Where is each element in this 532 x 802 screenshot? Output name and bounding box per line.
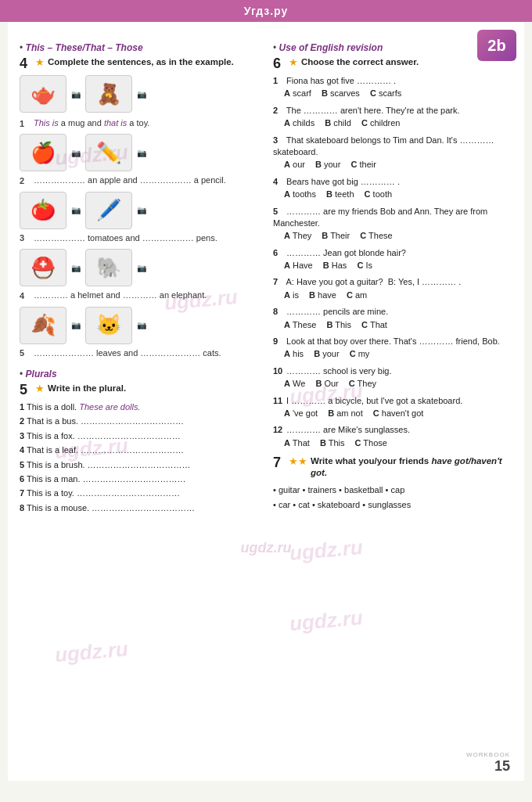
ex5-instruction: Write in the plural. xyxy=(48,383,126,394)
watermark-6: ugdz.ru xyxy=(54,637,129,667)
ex4-img-leaves: 🍂 xyxy=(20,307,66,344)
exercise-4: 4 ★ Complete the sentences, as in the ex… xyxy=(20,56,259,359)
ex7-header: 7 ★★ Write what you/your friends have go… xyxy=(273,455,512,479)
camera-icon-7: 📷 xyxy=(71,264,81,272)
page-wrapper: 2b ugdz.ru ugdz.ru ugdz.ru ugdz.ru ugdz.… xyxy=(8,22,524,781)
ex5-row-1: 1 This is a doll. These are dolls. xyxy=(20,401,259,413)
camera-icon-5: 📷 xyxy=(71,206,81,214)
ex4-img-cat: 🐱 xyxy=(85,307,132,344)
ex5-row-5: 5 This is a brush. ……………………………… xyxy=(20,459,259,471)
ex4-row-4-imgs: ⛑️ 📷 🐘 📷 xyxy=(20,249,259,286)
ex4-header: 4 ★ Complete the sentences, as in the ex… xyxy=(20,56,259,70)
section-title-plurals: • Plurals xyxy=(20,369,259,379)
ex6-q7: 7 A: Have you got a guitar? B: Yes, I ……… xyxy=(273,276,512,301)
ex4-row-4: 4 ………… a helmet and ………… an elephant. xyxy=(20,290,259,301)
ex6-q11: 11 I ………… a bicycle, but I've got a skat… xyxy=(273,395,512,420)
ex4-num: 4 xyxy=(20,56,32,70)
ex7-instruction: Write what you/your friends have got/hav… xyxy=(311,455,512,479)
camera-icon-4: 📷 xyxy=(137,149,146,157)
workbook-label: WORKBOOK xyxy=(466,751,510,758)
ex6-q8: 8 ………… pencils are mine. A These B This … xyxy=(273,306,512,331)
ex6-q5: 5 ………… are my friends Bob and Ann. They … xyxy=(273,206,512,243)
ex6-instruction: Choose the correct answer. xyxy=(301,56,419,68)
ex4-stars: ★ xyxy=(35,56,45,68)
two-column-layout: • This – These/That – Those 4 ★ Complete… xyxy=(20,36,512,516)
ex4-row-3: 3 ……………… tomatoes and ……………… pens. xyxy=(20,232,259,244)
ex4-row-3-imgs: 🍅 📷 🖊️ 📷 xyxy=(20,192,259,229)
ex6-q4: 4 Bears have got big ………… . A tooths B t… xyxy=(273,176,512,201)
camera-icon-3: 📷 xyxy=(71,149,81,157)
ex7-num: 7 xyxy=(273,455,286,469)
ex4-items: 🫖 📷 🧸 📷 1 This is a mug and that is a to… xyxy=(20,75,259,359)
camera-icon-8: 📷 xyxy=(137,264,146,272)
camera-icon-9: 📷 xyxy=(71,321,81,329)
section-label-plurals: Plurals xyxy=(26,369,57,379)
ex4-row-2: 2 ……………… an apple and ……………… a pencil. xyxy=(20,174,259,186)
ex5-row-2: 2 That is a bus. ……………………………… xyxy=(20,415,259,427)
watermark-7: ugdz.ru xyxy=(289,606,364,636)
watermark-bottom: ugdz.ru xyxy=(20,532,512,556)
ex6-q2: 2 The ………… aren't here. They're at the p… xyxy=(273,105,512,130)
section-label-use-of-english: Use of English revision xyxy=(279,42,383,53)
ex4-row-example-imgs: 🫖 📷 🧸 📷 xyxy=(20,75,259,113)
exercise-5: 5 ★ Write in the plural. 1 This is a dol… xyxy=(20,383,259,514)
exercise-7: 7 ★★ Write what you/your friends have go… xyxy=(273,455,512,511)
exercise-6: 6 ★ Choose the correct answer. 1 Fiona h… xyxy=(273,56,512,449)
page-footer: WORKBOOK 15 xyxy=(466,751,510,775)
ex7-items: • guitar • trainers • basketball • cap •… xyxy=(273,484,512,511)
ex6-q1: 1 Fiona has got five ………… . A scarf B sc… xyxy=(273,75,512,100)
ex4-row-5: 5 ………………… leaves and ………………… cats. xyxy=(20,347,259,359)
ex5-row-7: 7 This is a toy. ……………………………… xyxy=(20,487,259,499)
ex4-row-1: 1 This is a mug and that is a toy. xyxy=(20,117,259,129)
ex4-img-apple: 🍎 xyxy=(20,134,66,171)
ex4-img-pens: 🖊️ xyxy=(85,192,132,229)
ex7-stars: ★★ xyxy=(289,455,307,467)
ex5-row-3: 3 This is a fox. ……………………………… xyxy=(20,430,259,442)
camera-icon-1: 📷 xyxy=(71,90,81,99)
ex5-stars: ★ xyxy=(35,383,45,394)
ex5-row-8: 8 This is a mouse. ……………………………… xyxy=(20,502,259,514)
ex4-img-pencil: ✏️ xyxy=(85,134,132,171)
page-number: 15 xyxy=(466,758,510,775)
ex5-num: 5 xyxy=(20,383,32,397)
ex6-num: 6 xyxy=(273,56,286,70)
ex5-row-6: 6 This is a man. ……………………………… xyxy=(20,473,259,485)
ex4-img-toy: 🧸 xyxy=(85,75,132,113)
ex6-stars: ★ xyxy=(289,56,298,68)
ex6-q10: 10 ………… school is very big. A We B Our C… xyxy=(273,365,512,390)
right-column: • Use of English revision 6 ★ Choose the… xyxy=(273,36,512,516)
ex4-row-5-imgs: 🍂 📷 🐱 📷 xyxy=(20,307,259,344)
ex4-img-helmet: ⛑️ xyxy=(20,249,66,286)
ex4-img-elephant: 🐘 xyxy=(85,249,132,286)
ex4-img-tomatoes: 🍅 xyxy=(20,192,66,229)
section-badge: 2b xyxy=(477,30,516,61)
top-bar: Угдз.ру xyxy=(0,0,532,22)
camera-icon-6: 📷 xyxy=(137,206,146,214)
ex4-row-2-imgs: 🍎 📷 ✏️ 📷 xyxy=(20,134,259,171)
ex4-instruction: Complete the sentences, as in the exampl… xyxy=(48,56,234,68)
ex5-header: 5 ★ Write in the plural. xyxy=(20,383,259,397)
ex6-q12: 12 ………… are Mike's sunglasses. A That B … xyxy=(273,424,512,449)
left-column: • This – These/That – Those 4 ★ Complete… xyxy=(20,36,259,516)
ex7-bullet-1: • guitar • trainers • basketball • cap xyxy=(273,484,512,497)
camera-icon-2: 📷 xyxy=(137,90,146,99)
ex4-img-mug: 🫖 xyxy=(20,75,66,113)
ex6-items: 1 Fiona has got five ………… . A scarf B sc… xyxy=(273,75,512,449)
ex5-items: 1 This is a doll. These are dolls. 2 Tha… xyxy=(20,401,259,514)
section-title-this-these: • This – These/That – Those xyxy=(20,42,259,53)
ex6-q6: 6 ………… Jean got blonde hair? A Have B Ha… xyxy=(273,247,512,272)
ex6-q9: 9 Look at that boy over there. That's ……… xyxy=(273,336,512,361)
section-label-this-these: This – These/That – Those xyxy=(26,42,143,53)
camera-icon-10: 📷 xyxy=(137,321,146,329)
site-label: Угдз.ру xyxy=(244,5,289,17)
ex6-q3: 3 That skateboard belongs to Tim and Dan… xyxy=(273,135,512,171)
ex5-row-4: 4 That is a leaf. ……………………………… xyxy=(20,444,259,456)
ex6-header: 6 ★ Choose the correct answer. xyxy=(273,56,512,70)
ex7-bullet-2: • car • cat • skateboard • sunglasses xyxy=(273,498,512,512)
